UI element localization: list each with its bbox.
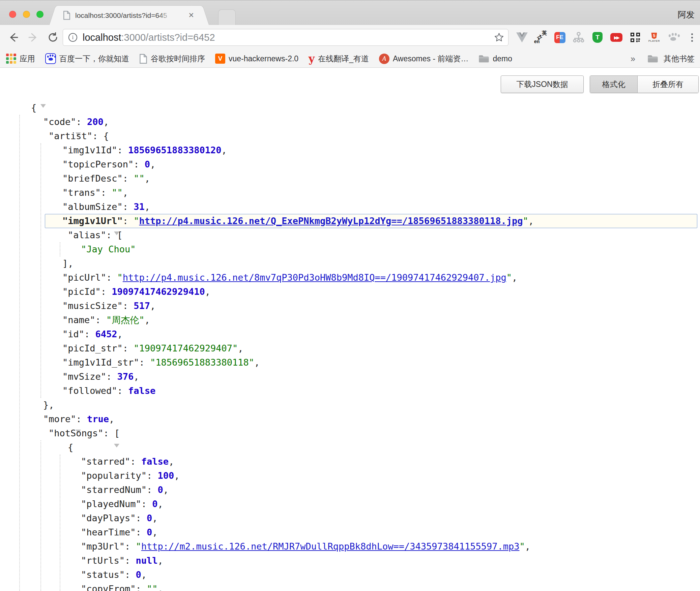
video-play-icon[interactable]: ▶▶ [610, 30, 623, 45]
json-line: "picId": 19097417462929410, [0, 285, 700, 299]
json-key: "starredNum" [81, 485, 147, 495]
json-line: "albumSize": 31, [0, 200, 700, 214]
json-token: " [523, 216, 528, 226]
json-token: , [152, 513, 157, 523]
json-line: "hotSongs": [ [0, 426, 700, 440]
url-host: localhost [83, 32, 121, 43]
json-line: "trans": "", [0, 186, 700, 200]
json-token: " [506, 272, 512, 283]
bookmark-item[interactable]: Vvue-hackernews-2.0 [215, 54, 298, 64]
json-token: 100 [158, 470, 174, 481]
forward-icon[interactable] [28, 32, 39, 43]
translate-icon[interactable]: ⇄英en [534, 30, 548, 45]
macos-minimize-button[interactable] [23, 11, 30, 18]
bookmark-item[interactable]: 百度一下，你就知道 [45, 53, 129, 64]
json-token: : [123, 173, 134, 184]
collapse-all-button[interactable]: 折叠所有 [638, 76, 698, 93]
json-token: : [125, 541, 136, 552]
bookmark-label: Awesomes - 前端资… [393, 54, 469, 64]
h5player-label: PLAYER [648, 39, 660, 42]
json-key: "picId_str" [62, 343, 123, 353]
json-token: 18569651883380120 [128, 145, 221, 155]
json-token: , [104, 117, 109, 127]
json-token: , [145, 173, 150, 184]
double-play-glyph: ▶▶ [610, 33, 622, 42]
json-line: { [0, 440, 700, 455]
browser-toolbar: i localhost:3000/artists?id=6452 ⇄英enFET… [0, 25, 700, 50]
reload-icon[interactable] [47, 32, 59, 43]
json-token: { [68, 442, 73, 453]
bookmark-star-icon[interactable] [494, 32, 504, 42]
json-link[interactable]: http://m2.music.126.net/RMJR7wDullRqppBk… [141, 541, 520, 552]
tampermonkey-glyph: T [592, 32, 603, 43]
json-token: : [125, 569, 136, 580]
sitemap-icon[interactable] [572, 30, 585, 45]
json-key: "musicSize" [62, 301, 123, 311]
macos-zoom-button[interactable] [36, 11, 43, 18]
json-token: , [512, 272, 517, 283]
en-glyph: en [534, 39, 539, 44]
json-key: "popularity" [81, 470, 147, 481]
bookmark-item[interactable]: y在线翻译_有道 [309, 54, 369, 64]
json-token: 376 [117, 371, 134, 382]
tab-close-icon[interactable]: × [188, 10, 194, 20]
json-line: "topicPerson": 0, [0, 157, 700, 172]
json-token: : [136, 584, 147, 591]
json-token: : { [92, 131, 109, 141]
tampermonkey-icon[interactable]: T [591, 30, 604, 45]
json-key: "trans" [62, 187, 101, 198]
json-token: : [ [104, 428, 120, 438]
json-token: : [117, 385, 128, 396]
json-line: ], [0, 256, 700, 271]
json-key: "hearTime" [81, 527, 136, 537]
page-info-icon[interactable]: i [68, 33, 77, 42]
json-token: , [254, 357, 260, 368]
address-bar[interactable]: i localhost:3000/artists?id=6452 [63, 29, 508, 46]
bookmark-item[interactable]: AAwesomes - 前端资… [379, 54, 469, 64]
collapse-triangle-icon[interactable] [40, 104, 46, 118]
collapse-triangle-icon[interactable] [114, 444, 119, 458]
macos-close-button[interactable] [9, 11, 16, 18]
json-line-highlighted: "img1v1Url": "http://p4.music.126.net/Q_… [0, 214, 700, 228]
json-token: : [123, 201, 134, 212]
bookmarks-overflow-chevron-icon[interactable]: » [631, 54, 635, 64]
h5player-icon[interactable]: 5PLAYER [647, 30, 661, 45]
browser-tab[interactable]: localhost:3000/artists?id=645 × [58, 5, 200, 25]
json-token: , [221, 145, 227, 155]
json-token: " [117, 272, 123, 283]
json-token: , [145, 201, 150, 212]
json-key: "picId" [62, 286, 101, 297]
json-token: , [134, 371, 139, 382]
json-link[interactable]: http://p4.music.126.net/Q_ExePNkmgB2yWyL… [139, 216, 523, 226]
bookmark-item[interactable]: 应用 [6, 54, 35, 64]
chrome-profile-name[interactable]: 阿发 [678, 9, 695, 20]
paw-icon[interactable] [666, 30, 680, 45]
json-token: , [150, 159, 155, 169]
format-button[interactable]: 格式化 [590, 76, 638, 93]
json-line: "hearTime": 0, [0, 525, 700, 539]
bookmarks-list: 应用百度一下，你就知道谷歌按时间排序Vvue-hackernews-2.0y在线… [6, 50, 512, 67]
json-link[interactable]: http://p4.music.126.net/8mv7qP30Pd3oHW8b… [123, 272, 506, 283]
bookmark-item[interactable]: demo [478, 54, 512, 63]
bookmark-label: 百度一下，你就知道 [59, 54, 129, 64]
json-key: "topicPerson" [62, 159, 134, 169]
bookmark-item[interactable]: 谷歌按时间排序 [139, 54, 205, 64]
json-line: "musicSize": 517, [0, 299, 700, 313]
bookmark-label: 应用 [20, 54, 35, 64]
json-token: 0 [158, 485, 163, 495]
json-token: , [117, 329, 123, 339]
new-tab-button[interactable] [218, 9, 236, 25]
qr-code-icon[interactable] [629, 30, 642, 45]
json-line: "status": 0, [0, 568, 700, 582]
url-text[interactable]: localhost:3000/artists?id=6452 [83, 32, 215, 42]
fe-icon[interactable]: FE [553, 30, 566, 45]
json-token: 200 [87, 117, 104, 127]
browser-menu-icon[interactable] [685, 30, 699, 45]
translate-glyphs: ⇄英en [534, 31, 548, 44]
json-token: : [101, 187, 112, 198]
json-token: , [123, 187, 128, 198]
other-bookmarks-label[interactable]: 其他书签 [664, 54, 695, 64]
download-json-button[interactable]: 下载JSON数据 [501, 75, 584, 93]
back-icon[interactable] [7, 32, 19, 43]
vue-devtools-icon[interactable] [515, 30, 529, 45]
